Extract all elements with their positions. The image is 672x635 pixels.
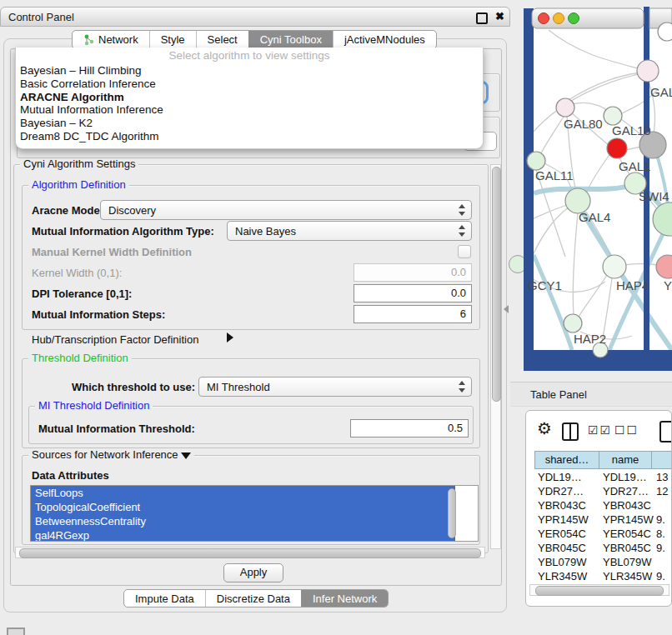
dpi-tolerance-input[interactable]: 0.0 — [354, 284, 472, 302]
minimized-panel-icon[interactable] — [7, 628, 25, 635]
tab-cyni-toolbox[interactable]: Cyni Toolbox — [248, 31, 333, 48]
manual-kernel-checkbox[interactable] — [458, 245, 471, 258]
close-icon[interactable]: ✖ — [495, 10, 504, 22]
aracne-mode-label: Aracne Mode: — [32, 204, 103, 217]
control-panel-titlebar[interactable]: Control Panel ✖ — [0, 7, 510, 27]
cell: YPR145W — [538, 513, 589, 526]
minimize-traffic-light[interactable] — [554, 13, 564, 24]
node[interactable] — [637, 60, 659, 82]
cell: YDL19… — [538, 471, 582, 483]
bottom-tabbar: Impute Data Discretize Data Infer Networ… — [123, 589, 389, 608]
column-header-partial[interactable] — [651, 451, 672, 469]
select-all-columns-icon[interactable]: ☑☑ — [588, 423, 612, 437]
tab-style-label: Style — [161, 33, 185, 46]
cell: YER054C — [538, 528, 586, 540]
sources-title[interactable]: Sources for Network Inference — [28, 449, 194, 461]
table-panel-titlebar[interactable]: Table Panel — [510, 382, 672, 407]
tab-jactivemnodules-label: jActiveMNodules — [344, 33, 425, 46]
stepper-down-icon — [459, 232, 465, 237]
tab-jactivemnodules[interactable]: jActiveMNodules — [333, 31, 436, 48]
tab-style[interactable]: Style — [149, 31, 196, 48]
which-threshold-select[interactable]: MI Threshold — [198, 377, 472, 397]
float-window-icon[interactable] — [476, 12, 488, 24]
cell: YLR345W — [603, 570, 652, 582]
settings-hscroll-track[interactable] — [15, 547, 485, 558]
node-label: GAL80 — [564, 117, 603, 131]
list-vertical-scrollbar[interactable] — [448, 488, 456, 538]
mi-steps-input[interactable]: 6 — [354, 305, 472, 323]
dpi-tolerance-label: DPI Tolerance [0,1]: — [32, 288, 132, 300]
stepper-up-icon — [459, 204, 465, 208]
tab-discretize-data-label: Discretize Data — [217, 592, 290, 605]
cell: YER054C — [603, 528, 651, 540]
cell: YBL079W — [538, 556, 587, 568]
table-hscroll-thumb[interactable] — [535, 586, 664, 596]
algorithm-dropdown[interactable]: Select algorithm to view settings Bayesi… — [15, 48, 484, 149]
kernel-width-label: Kernel Width (0,1): — [32, 267, 122, 279]
splitter-handle-icon[interactable] — [504, 305, 509, 313]
data-attributes-list[interactable]: SelfLoops TopologicalCoefficient Between… — [30, 485, 479, 542]
table-hscroll-track[interactable] — [529, 584, 669, 596]
aracne-mode-select[interactable]: Discovery — [100, 200, 472, 220]
node-label: Y — [664, 278, 672, 292]
settings-vscroll-track[interactable] — [490, 164, 501, 549]
apply-button[interactable]: Apply — [223, 563, 283, 582]
node-label: GAL1 — [619, 159, 650, 173]
node-label: GAL10 — [612, 123, 651, 138]
network-view-window[interactable]: GAL8 GAL80 GAL10 GAL1 GAL11 SWI4 GAL4 GC… — [524, 7, 672, 371]
column-header-shared-name[interactable]: shared… — [534, 451, 599, 469]
node[interactable] — [658, 22, 672, 41]
node-label: SWI4 — [639, 189, 669, 203]
node-hap4[interactable] — [603, 255, 626, 278]
settings-hscroll-thumb[interactable] — [19, 548, 481, 558]
node-gal11[interactable] — [527, 152, 545, 170]
cell: YDR27… — [603, 485, 649, 498]
algorithm-option[interactable]: Bayesian – K2 — [16, 117, 483, 130]
kernel-width-input[interactable]: 0.0 — [354, 263, 472, 282]
algorithm-option[interactable]: Bayesian – Hill Climbing — [16, 64, 483, 78]
column-header-name[interactable]: name — [599, 451, 652, 469]
tab-select-label: Select — [208, 33, 238, 46]
mi-threshold-group-title: MI Threshold Definition — [35, 400, 153, 412]
network-tab-icon — [83, 34, 94, 46]
node-gal80[interactable] — [556, 98, 574, 117]
zoom-traffic-light[interactable] — [569, 13, 579, 24]
window-frame-left — [524, 8, 534, 371]
control-panel-tabbar: Network Style Select Cyni Toolbox jActiv… — [72, 30, 437, 49]
collapse-down-icon[interactable] — [181, 452, 191, 459]
hub-definition-label[interactable]: Hub/Transcription Factor Definition — [32, 333, 198, 346]
list-item[interactable]: SelfLoops — [31, 486, 455, 500]
list-item[interactable]: gal4RGexp — [31, 528, 455, 542]
manual-kernel-label: Manual Kernel Width Definition — [32, 246, 192, 258]
tab-cyni-toolbox-label: Cyni Toolbox — [260, 33, 322, 46]
gear-icon[interactable]: ⚙ — [537, 418, 552, 438]
tab-network[interactable]: Network — [73, 31, 149, 48]
node-gal1-selected[interactable] — [607, 138, 627, 158]
algorithm-option[interactable]: Dream8 DC_TDC Algorithm — [16, 130, 483, 143]
split-columns-icon[interactable] — [562, 422, 579, 441]
stepper-down-icon — [459, 212, 465, 216]
table-panel-title: Table Panel — [530, 388, 587, 401]
algorithm-option[interactable]: Mutual Information Inference — [16, 103, 483, 117]
mi-type-select[interactable]: Naive Bayes — [227, 221, 472, 241]
which-threshold-label: Which threshold to use: — [72, 381, 195, 393]
node-gal10[interactable] — [604, 107, 622, 125]
settings-vscroll-thumb[interactable] — [492, 167, 501, 402]
cell: YBR045C — [538, 542, 586, 554]
tab-select[interactable]: Select — [196, 31, 248, 48]
close-traffic-light[interactable] — [539, 13, 549, 24]
tab-infer-network[interactable]: Infer Network — [301, 590, 388, 607]
deselect-all-columns-icon[interactable]: ☐☐ — [614, 423, 639, 437]
list-item[interactable]: BetweennessCentrality — [31, 514, 455, 528]
algorithm-option-selected[interactable]: ARACNE Algorithm — [16, 91, 483, 104]
expand-right-icon[interactable] — [227, 332, 233, 342]
tab-impute-data[interactable]: Impute Data — [124, 590, 205, 607]
mi-threshold-input[interactable]: 0.5 — [350, 419, 469, 438]
node-label: GAL8 — [650, 85, 672, 99]
new-table-icon[interactable] — [659, 421, 672, 442]
node-hap2[interactable] — [564, 314, 582, 332]
cell: 9. — [656, 513, 665, 526]
algorithm-option[interactable]: Basic Correlation Inference — [16, 78, 483, 91]
tab-discretize-data[interactable]: Discretize Data — [205, 590, 301, 607]
list-item[interactable]: TopologicalCoefficient — [31, 500, 455, 514]
